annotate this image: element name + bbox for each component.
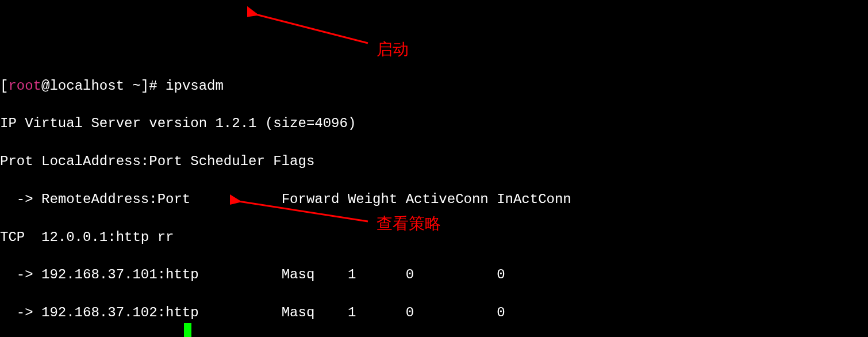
bracket-close: ]	[141, 78, 149, 94]
prompt-line-1[interactable]: [root@localhost ~]# ipvsadm	[0, 77, 868, 96]
prompt-path: ~	[132, 78, 140, 94]
bracket-open: [	[0, 78, 8, 94]
terminal-cursor	[184, 323, 191, 337]
output-line: Prot LocalAddress:Port Scheduler Flags	[0, 152, 868, 171]
output-line: -> 192.168.37.101:http Masq 1 0 0	[0, 266, 868, 285]
prompt-at: @	[41, 78, 49, 94]
annotation-start: 启动	[377, 39, 409, 60]
output-line: -> 192.168.37.102:http Masq 1 0 0	[0, 304, 868, 323]
prompt-user: root	[8, 78, 41, 94]
command-1: ipvsadm	[166, 78, 224, 94]
prompt-space	[124, 78, 132, 94]
prompt-symbol: #	[149, 78, 166, 94]
prompt-host: localhost	[49, 78, 124, 94]
output-line: -> RemoteAddress:Port Forward Weight Act…	[0, 190, 868, 209]
output-line: IP Virtual Server version 1.2.1 (size=40…	[0, 114, 868, 133]
svg-line-1	[256, 14, 368, 43]
arrow-annotation-1	[247, 6, 374, 52]
annotation-view-policy: 查看策略	[377, 213, 441, 235]
